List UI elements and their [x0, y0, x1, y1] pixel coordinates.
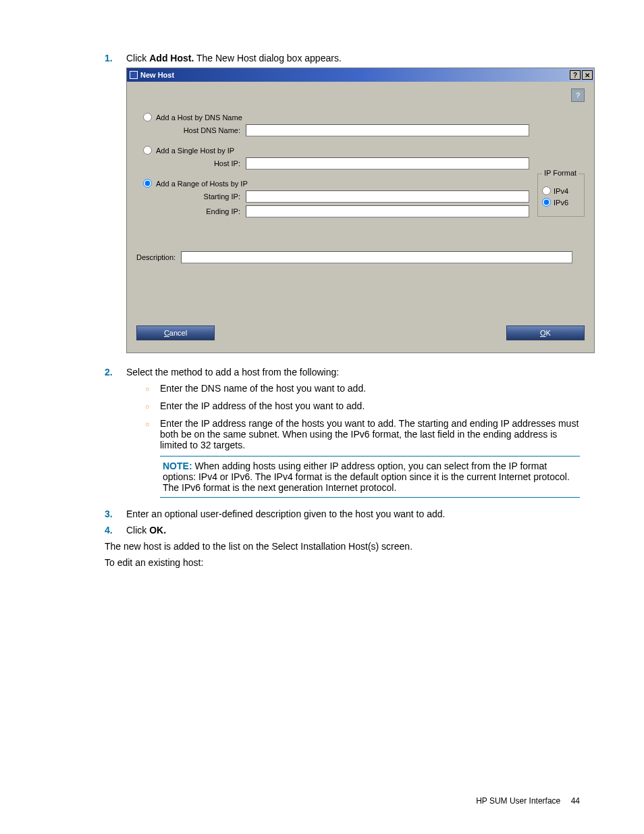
radio-add-by-dns[interactable] [143, 113, 152, 122]
radio-add-single-ip-label: Add a Single Host by IP [156, 147, 234, 155]
step-number: 4. [105, 525, 126, 536]
radio-ipv6[interactable] [542, 198, 551, 207]
step4-prefix: Click [126, 525, 149, 536]
note-label: NOTE: [163, 461, 192, 471]
label-ending-ip: Ending IP: [136, 207, 246, 215]
footer-text: HP SUM User Interface [476, 796, 560, 806]
page-footer: HP SUM User Interface 44 [476, 796, 580, 806]
step2a-text: Enter the DNS name of the host you want … [160, 383, 366, 395]
input-ending-ip[interactable] [246, 205, 529, 217]
radio-add-range-ip[interactable] [143, 179, 152, 188]
sub-bullet-icon: ○ [145, 383, 160, 395]
label-description: Description: [136, 253, 181, 261]
help-button[interactable]: ? [570, 70, 581, 80]
radio-ipv4[interactable] [542, 186, 551, 195]
step4-bold: OK. [149, 525, 166, 536]
sub-bullet-icon: ○ [145, 418, 160, 450]
step1-bold: Add Host. [149, 53, 194, 63]
ip-format-group: IP Format IPv4 IPv6 [537, 174, 585, 217]
radio-add-range-ip-label: Add a Range of Hosts by IP [156, 180, 248, 188]
step1-prefix: Click [126, 53, 149, 63]
input-host-dns-name[interactable] [246, 124, 529, 136]
step2c-text: Enter the IP address range of the hosts … [160, 418, 580, 450]
paragraph-result: The new host is added to the list on the… [105, 541, 580, 552]
paragraph-edit-intro: To edit an existing host: [105, 557, 580, 568]
ok-button[interactable]: OK [506, 325, 585, 340]
dialog-titlebar: New Host ? ✕ [127, 68, 594, 82]
cancel-button[interactable]: Cancel [136, 325, 215, 340]
step3-text: Enter an optional user-defined descripti… [126, 509, 445, 519]
label-host-ip: Host IP: [136, 159, 246, 167]
dialog-title: New Host [140, 71, 568, 79]
radio-ipv4-label: IPv4 [554, 187, 568, 195]
step-number: 2. [105, 367, 126, 503]
label-host-dns-name: Host DNS Name: [136, 126, 246, 134]
context-help-button[interactable]: ? [571, 88, 585, 102]
step-number: 1. [105, 53, 126, 361]
input-host-ip[interactable] [246, 157, 529, 170]
label-starting-ip: Starting IP: [136, 192, 246, 201]
radio-add-by-dns-label: Add a Host by DNS Name [156, 113, 242, 122]
close-button[interactable]: ✕ [582, 70, 593, 80]
ip-format-legend: IP Format [542, 169, 579, 177]
input-description[interactable] [181, 251, 572, 263]
app-icon [130, 71, 138, 79]
step-number: 3. [105, 509, 126, 519]
radio-ipv6-label: IPv6 [554, 199, 568, 207]
sub-bullet-icon: ○ [145, 400, 160, 413]
step1-suffix: The New Host dialog box appears. [194, 53, 341, 63]
note-box: NOTE: When adding hosts using either IP … [160, 456, 580, 498]
note-text: When adding hosts using either IP addres… [163, 461, 570, 493]
new-host-dialog: New Host ? ✕ ? Add a Host by [126, 68, 595, 353]
footer-page-number: 44 [571, 796, 580, 806]
radio-add-single-ip[interactable] [143, 146, 152, 155]
step2b-text: Enter the IP address of the host you wan… [160, 400, 365, 413]
input-starting-ip[interactable] [246, 190, 529, 203]
step2-text: Select the method to add a host from the… [126, 367, 339, 377]
